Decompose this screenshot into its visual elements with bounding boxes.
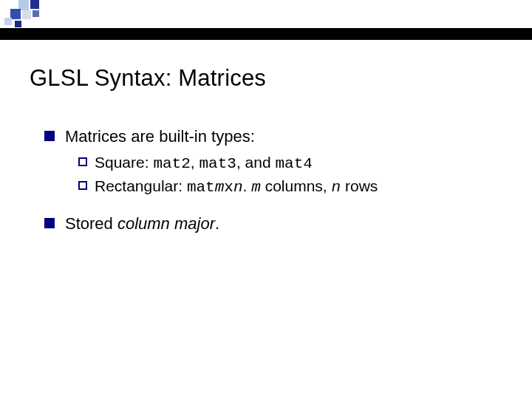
bullet-item-2: Stored column major. — [44, 213, 495, 235]
svg-rect-6 — [15, 21, 21, 27]
svg-rect-5 — [4, 18, 12, 25]
square-bullet-icon — [44, 131, 55, 141]
hollow-bullet-icon — [78, 157, 87, 166]
bullet-item-1: Matrices are built-in types: — [44, 126, 495, 148]
header-rule — [0, 28, 532, 40]
slide-body: Matrices are built-in types: Square: mat… — [44, 126, 495, 239]
svg-rect-0 — [18, 0, 29, 10]
subitem-square-text: Square: mat2, mat3, and mat4 — [95, 152, 313, 174]
square-bullet-icon — [44, 218, 55, 228]
svg-rect-4 — [33, 10, 39, 17]
svg-rect-1 — [30, 0, 39, 9]
subitem-square: Square: mat2, mat3, and mat4 — [78, 152, 495, 174]
slide-title: GLSL Syntax: Matrices — [30, 65, 266, 92]
subitem-rectangular: Rectangular: matmxn. m columns, n rows — [78, 176, 495, 198]
corner-ornament — [0, 0, 89, 30]
subitem-rectangular-text: Rectangular: matmxn. m columns, n rows — [95, 176, 378, 198]
bullet-2-text: Stored column major. — [65, 213, 219, 235]
bullet-1-text: Matrices are built-in types: — [65, 126, 255, 148]
svg-rect-3 — [22, 10, 31, 19]
hollow-bullet-icon — [78, 181, 87, 190]
svg-rect-2 — [10, 9, 21, 19]
